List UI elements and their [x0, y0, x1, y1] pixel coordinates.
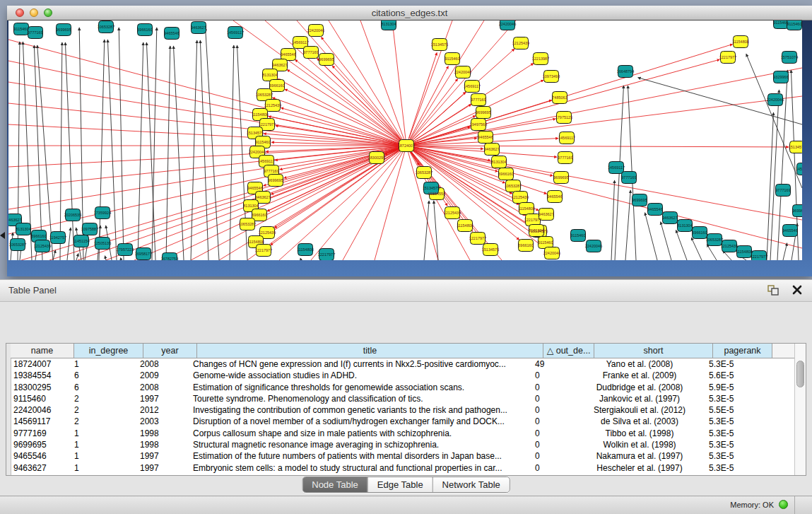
vertical-scrollbar[interactable] [794, 344, 806, 475]
cell-short[interactable]: de Silva et al. (2003) [580, 416, 699, 427]
memory-ok-icon[interactable] [779, 500, 788, 509]
cell-short[interactable]: Stergiakouli et al. (2012) [580, 404, 699, 416]
cell-name[interactable]: 14569117 [11, 416, 71, 427]
cell-title[interactable]: Embryonic stem cells: a model to study s… [189, 462, 532, 474]
cell-title[interactable]: Disruption of a novel member of a sodium… [189, 416, 532, 427]
close-panel-icon[interactable] [792, 285, 802, 298]
cell-title[interactable]: Changes of HCN gene expression and I(f) … [189, 358, 532, 370]
cell-in_degree[interactable]: 1 [71, 428, 138, 439]
cell-out_degree[interactable]: 0 [532, 450, 580, 462]
cell-in_degree[interactable]: 2 [71, 416, 138, 427]
table-row[interactable]: 946554611997Estimation of the future num… [11, 450, 748, 462]
cell-short[interactable]: Hescheler et al. (1997) [580, 462, 699, 474]
cell-out_degree[interactable]: 0 [532, 404, 580, 416]
cell-short[interactable]: Franke et al. (2009) [580, 370, 699, 381]
cell-pagerank[interactable]: 5.3E-5 [699, 428, 748, 439]
cell-pagerank[interactable]: 5.9E-5 [699, 382, 748, 393]
cell-year[interactable]: 2008 [138, 358, 189, 370]
cell-name[interactable]: 9777169 [11, 428, 71, 439]
citation-network-graph[interactable]: 1872400791154609777169969969510653287696… [8, 21, 802, 260]
tab-network-table[interactable]: Network Table [433, 477, 510, 492]
cell-in_degree[interactable]: 6 [71, 370, 138, 381]
window-titlebar[interactable]: citations_edges.txt [7, 6, 812, 21]
table-row[interactable]: 2242004622012Investigating the contribut… [11, 404, 748, 416]
cell-pagerank[interactable]: 5.3E-5 [699, 416, 748, 427]
network-view-canvas[interactable]: 1872400791154609777169969969510653287696… [8, 20, 802, 260]
cell-short[interactable]: Dudbridge et al. (2008) [580, 382, 699, 393]
cell-out_degree[interactable]: 0 [532, 393, 580, 404]
column-header-short[interactable]: short [594, 344, 713, 358]
table-row[interactable]: 1938455462009Genome-wide association stu… [11, 370, 748, 381]
cell-year[interactable]: 1997 [138, 462, 189, 474]
float-panel-icon[interactable] [767, 285, 779, 298]
column-header-title[interactable]: title [197, 344, 543, 358]
column-header-year[interactable]: year [143, 344, 197, 358]
cell-pagerank[interactable]: 5.5E-5 [699, 404, 748, 416]
cell-pagerank[interactable]: 5.6E-5 [699, 370, 748, 381]
cell-in_degree[interactable]: 1 [71, 358, 138, 370]
cell-short[interactable]: Yano et al. (2008) [580, 358, 699, 370]
cell-out_degree[interactable]: 0 [532, 370, 580, 381]
cell-name[interactable]: 9463627 [11, 462, 71, 474]
cell-title[interactable]: Structural magnetic resonance image aver… [189, 439, 532, 450]
cell-name[interactable]: 18300295 [11, 382, 71, 393]
cell-year[interactable]: 2009 [138, 370, 189, 381]
panel-collapse-arrow-icon[interactable] [0, 232, 5, 239]
column-header-in_degree[interactable]: in_degree [74, 344, 143, 358]
cell-short[interactable]: Jankovic et al. (1997) [580, 393, 699, 404]
cell-pagerank[interactable]: 5.3E-5 [699, 393, 748, 404]
cell-in_degree[interactable]: 2 [71, 404, 138, 416]
cell-year[interactable]: 2012 [138, 404, 189, 416]
cell-year[interactable]: 1997 [138, 393, 189, 404]
cell-in_degree[interactable]: 1 [71, 450, 138, 462]
cell-out_degree[interactable]: 49 [532, 358, 580, 370]
cell-in_degree[interactable]: 1 [71, 439, 138, 450]
cell-title[interactable]: Investigating the contribution of common… [189, 404, 532, 416]
cell-in_degree[interactable]: 1 [71, 462, 138, 474]
cell-in_degree[interactable]: 2 [71, 393, 138, 404]
table-row[interactable]: 1872400712008Changes of HCN gene express… [11, 358, 748, 370]
table-row[interactable]: 1830029562008Estimation of significance … [11, 382, 748, 393]
cell-out_degree[interactable]: 0 [532, 462, 580, 474]
cell-pagerank[interactable]: 5.3E-5 [699, 450, 748, 462]
cell-short[interactable]: Nakamura et al. (1997) [580, 450, 699, 462]
cell-year[interactable]: 1998 [138, 439, 189, 450]
cell-name[interactable]: 9465546 [11, 450, 71, 462]
tab-node-table[interactable]: Node Table [302, 477, 367, 492]
cell-name[interactable]: 18724007 [11, 358, 71, 370]
graph-node-label: 12505135 [94, 241, 111, 245]
cell-name[interactable]: 19384554 [11, 370, 71, 381]
column-header-name[interactable]: name [11, 344, 74, 358]
cell-title[interactable]: Corpus callosum shape and size in male p… [189, 428, 532, 439]
table-row[interactable]: 969969511998Structural magnetic resonanc… [11, 439, 748, 450]
cell-name[interactable]: 22420046 [11, 404, 71, 416]
cell-short[interactable]: Wolkin et al. (1998) [580, 439, 699, 450]
cell-out_degree[interactable]: 0 [532, 439, 580, 450]
cell-year[interactable]: 1997 [138, 450, 189, 462]
cell-in_degree[interactable]: 6 [71, 382, 138, 393]
cell-title[interactable]: Estimation of the future numbers of pati… [189, 450, 532, 462]
cell-pagerank[interactable]: 5.3E-5 [699, 462, 748, 474]
cell-out_degree[interactable]: 0 [532, 382, 580, 393]
cell-year[interactable]: 1998 [138, 428, 189, 439]
cell-year[interactable]: 2003 [138, 416, 189, 427]
cell-pagerank[interactable]: 5.3E-5 [699, 439, 748, 450]
cell-pagerank[interactable]: 5.3E-5 [699, 358, 748, 370]
column-header-out_degree[interactable]: △ out_de... [543, 344, 594, 358]
cell-name[interactable]: 9699695 [11, 439, 71, 450]
table-row[interactable]: 911546021997Tourette syndrome. Phenomeno… [11, 393, 748, 404]
cell-short[interactable]: Tibbo et al. (1998) [580, 428, 699, 439]
cell-title[interactable]: Estimation of significance thresholds fo… [189, 382, 532, 393]
cell-title[interactable]: Genome-wide association studies in ADHD. [189, 370, 532, 381]
cell-name[interactable]: 9115460 [11, 393, 71, 404]
scrollbar-thumb[interactable] [796, 361, 804, 387]
table-row[interactable]: 977716911998Corpus callosum shape and si… [11, 428, 748, 439]
table-row[interactable]: 1456911722003Disruption of a novel membe… [11, 416, 748, 427]
table-row[interactable]: 946362711997Embryonic stem cells: a mode… [11, 462, 748, 474]
tab-edge-table[interactable]: Edge Table [367, 477, 433, 492]
column-header-pagerank[interactable]: pagerank [713, 344, 772, 358]
cell-out_degree[interactable]: 0 [532, 416, 580, 427]
cell-title[interactable]: Tourette syndrome. Phenomenology and cla… [189, 393, 532, 404]
cell-year[interactable]: 2008 [138, 382, 189, 393]
cell-out_degree[interactable]: 0 [532, 428, 580, 439]
